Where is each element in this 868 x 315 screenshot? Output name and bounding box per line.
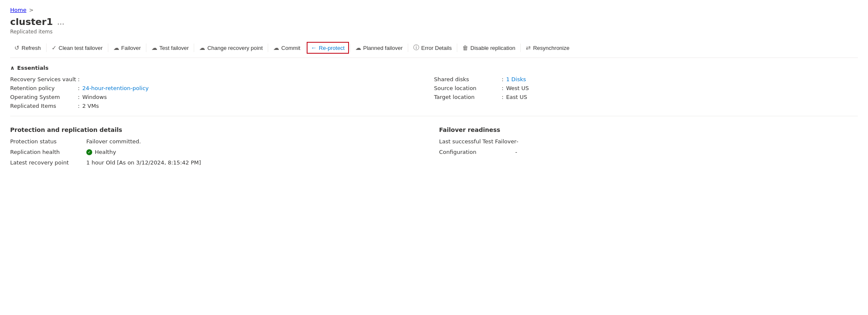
error-details-button[interactable]: ⓘ Error Details	[409, 41, 456, 54]
planned-failover-label: Planned failover	[363, 45, 403, 51]
retention-label: Retention policy	[10, 85, 78, 91]
test-failover-button[interactable]: ☁ Test failover	[147, 42, 193, 54]
configuration-value: -	[515, 149, 517, 155]
trash-icon: 🗑	[462, 44, 468, 51]
retention-policy-link[interactable]: 24-hour-retention-policy	[82, 85, 148, 91]
protection-details-title: Protection and replication details	[10, 126, 429, 133]
separator-3	[146, 44, 146, 52]
latest-recovery-point-label: Latest recovery point	[10, 159, 86, 166]
replication-health-value: Healthy	[86, 149, 116, 155]
separator-8	[408, 44, 408, 52]
breadcrumb: Home >	[10, 7, 858, 13]
refresh-icon: ↺	[14, 44, 19, 51]
os-value: Windows	[82, 94, 107, 100]
separator-4	[194, 44, 194, 52]
essentials-left: Recovery Services vault : Retention poli…	[10, 76, 434, 109]
failover-label: Failover	[121, 45, 141, 51]
refresh-label: Refresh	[22, 45, 41, 51]
protection-status-row: Protection status Failover committed.	[10, 138, 429, 145]
replicated-items-value: 2 VMs	[82, 103, 99, 109]
test-failover-label: Test failover	[159, 45, 189, 51]
cloud-icon-2: ☁	[151, 44, 157, 51]
shared-disks-value: 1 Disks	[506, 76, 526, 82]
essentials-row-source: Source location : West US	[434, 85, 858, 91]
essentials-row-target: Target location : East US	[434, 94, 858, 100]
info-icon: ⓘ	[413, 44, 419, 52]
replication-health-label: Replication health	[10, 149, 86, 155]
details-section: Protection and replication details Prote…	[10, 126, 858, 170]
essentials-section-header: ∧ Essentials	[10, 65, 858, 71]
more-options-button[interactable]: ...	[57, 17, 64, 26]
separator-7	[350, 44, 350, 52]
cloud-icon-1: ☁	[113, 44, 119, 51]
commit-button[interactable]: ☁ Commit	[269, 42, 305, 54]
breadcrumb-home[interactable]: Home	[10, 7, 26, 13]
planned-failover-button[interactable]: ☁ Planned failover	[351, 42, 407, 54]
os-label: Operating System	[10, 94, 78, 100]
replicated-items-label: Replicated Items	[10, 103, 78, 109]
page-subtitle: Replicated items	[10, 29, 858, 35]
target-location-value: East US	[506, 94, 527, 100]
essentials-chevron: ∧	[10, 65, 15, 71]
separator-6	[305, 44, 306, 52]
disable-replication-label: Disable replication	[470, 45, 515, 51]
sync-icon: ⇄	[526, 44, 531, 51]
configuration-row: Configuration -	[439, 149, 858, 155]
essentials-row-os: Operating System : Windows	[10, 94, 434, 100]
vault-label: Recovery Services vault	[10, 76, 78, 82]
configuration-label: Configuration	[439, 149, 515, 155]
essentials-row-vault: Recovery Services vault :	[10, 76, 434, 82]
change-recovery-point-label: Change recovery point	[207, 45, 263, 51]
source-location-label: Source location	[434, 85, 502, 91]
healthy-indicator	[86, 149, 92, 155]
separator-10	[520, 44, 521, 52]
re-protect-button[interactable]: ← Re-protect	[307, 42, 349, 54]
clean-test-failover-label: Clean test failover	[59, 45, 103, 51]
essentials-right: Shared disks : 1 Disks Source location :…	[434, 76, 858, 109]
error-details-label: Error Details	[421, 45, 452, 51]
breadcrumb-separator: >	[29, 7, 33, 13]
checkmark-icon: ✓	[52, 44, 57, 51]
target-location-label: Target location	[434, 94, 502, 100]
failover-readiness-column: Failover readiness Last successful Test …	[439, 126, 858, 170]
separator-2	[108, 44, 108, 52]
essentials-row-replicated: Replicated Items : 2 VMs	[10, 103, 434, 109]
page-header: cluster1 ...	[10, 16, 858, 27]
protection-status-value: Failover committed.	[86, 138, 141, 145]
last-successful-test-failover-value: -	[516, 138, 519, 145]
last-successful-test-failover-row: Last successful Test Failover -	[439, 138, 858, 145]
failover-button[interactable]: ☁ Failover	[109, 42, 145, 54]
separator-5	[268, 44, 268, 52]
clean-test-failover-button[interactable]: ✓ Clean test failover	[47, 42, 107, 54]
replication-health-row: Replication health Healthy	[10, 149, 429, 155]
separator-9	[457, 44, 457, 52]
shared-disks-label: Shared disks	[434, 76, 502, 82]
protection-status-label: Protection status	[10, 138, 86, 145]
refresh-button[interactable]: ↺ Refresh	[10, 42, 45, 54]
essentials-grid: Recovery Services vault : Retention poli…	[10, 76, 858, 116]
toolbar: ↺ Refresh ✓ Clean test failover ☁ Failov…	[10, 41, 858, 58]
protection-details-column: Protection and replication details Prote…	[10, 126, 429, 170]
retention-value: 24-hour-retention-policy	[82, 85, 148, 91]
last-successful-test-failover-label: Last successful Test Failover	[439, 138, 516, 145]
back-arrow-icon: ←	[311, 44, 317, 51]
disable-replication-button[interactable]: 🗑 Disable replication	[458, 42, 519, 54]
essentials-row-retention: Retention policy : 24-hour-retention-pol…	[10, 85, 434, 91]
re-protect-label: Re-protect	[319, 45, 345, 51]
cloud-icon-5: ☁	[355, 44, 361, 51]
cloud-icon-3: ☁	[199, 44, 205, 51]
source-location-value: West US	[506, 85, 529, 91]
shared-disks-link[interactable]: 1 Disks	[506, 76, 526, 82]
failover-readiness-title: Failover readiness	[439, 126, 858, 133]
essentials-title: Essentials	[17, 65, 49, 71]
resynchronize-label: Resynchronize	[533, 45, 569, 51]
cloud-icon-4: ☁	[273, 44, 279, 51]
commit-label: Commit	[281, 45, 300, 51]
change-recovery-point-button[interactable]: ☁ Change recovery point	[195, 42, 267, 54]
page-title: cluster1	[10, 16, 53, 27]
separator-1	[46, 44, 47, 52]
resynchronize-button[interactable]: ⇄ Resynchronize	[522, 42, 574, 54]
latest-recovery-point-row: Latest recovery point 1 hour Old [As on …	[10, 159, 429, 166]
latest-recovery-point-value: 1 hour Old [As on 3/12/2024, 8:15:42 PM]	[86, 159, 201, 166]
essentials-row-shared-disks: Shared disks : 1 Disks	[434, 76, 858, 82]
